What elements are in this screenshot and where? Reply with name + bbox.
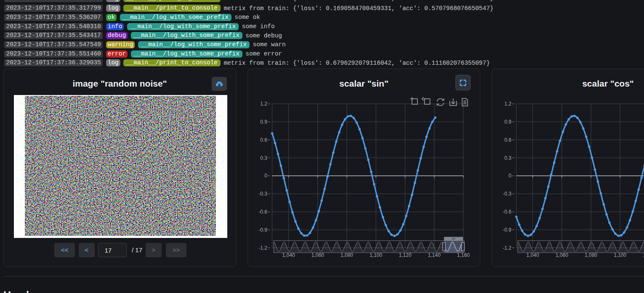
svg-text:1,060: 1,060 [556,252,568,258]
svg-text:-0.9: -0.9 [258,227,267,233]
svg-text:1,080: 1,080 [341,252,353,258]
svg-text:-0.9: -0.9 [503,227,511,233]
svg-text:-0.3: -0.3 [503,191,511,197]
svg-text:1,080: 1,080 [585,252,597,258]
svg-text:-1.2: -1.2 [258,245,267,251]
svg-text:0.6: 0.6 [260,137,267,143]
svg-text:-0.3: -0.3 [258,191,267,197]
svg-text:1.2: 1.2 [504,101,511,107]
svg-text:1,060: 1,060 [311,252,324,258]
svg-text:-0.6: -0.6 [258,209,267,215]
svg-text:0.3: 0.3 [260,155,267,161]
svg-text:-1.2: -1.2 [503,245,511,251]
svg-text:0.9: 0.9 [504,119,511,125]
svg-text:0: 0 [508,173,511,179]
svg-text:1,040: 1,040 [527,252,539,258]
svg-text:1,160: 1,160 [457,252,470,258]
svg-text:-0.6: -0.6 [503,209,511,215]
svg-text:0: 0 [264,173,267,179]
svg-text:1.2: 1.2 [260,101,267,107]
svg-text:1,040: 1,040 [282,252,295,258]
svg-text:0.3: 0.3 [504,155,511,161]
svg-text:0.9: 0.9 [260,119,267,125]
svg-text:1,140: 1,140 [428,252,441,258]
svg-text:1,120: 1,120 [399,252,411,258]
svg-text:1,100: 1,100 [370,252,382,258]
svg-text:1,100: 1,100 [614,252,626,258]
svg-text:0.6: 0.6 [504,137,511,143]
